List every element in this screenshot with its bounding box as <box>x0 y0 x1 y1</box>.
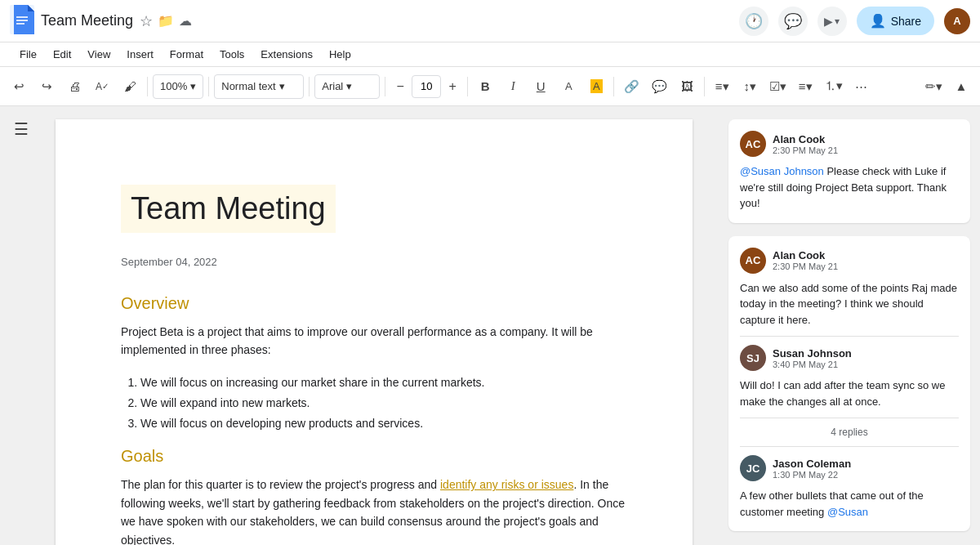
menu-file[interactable]: File <box>13 45 43 64</box>
font-increase-button[interactable]: + <box>443 77 462 96</box>
reply-1-author: Susan Johnson <box>773 347 852 360</box>
font-chevron: ▾ <box>346 80 352 92</box>
overview-paragraph: Project Beta is a project that aims to i… <box>121 323 627 360</box>
menu-extensions[interactable]: Extensions <box>254 45 319 64</box>
comment-1-avatar: AC <box>740 131 766 157</box>
separator-1 <box>147 77 148 96</box>
goals-link[interactable]: identify any risks or issues <box>440 478 573 491</box>
separator-6 <box>613 77 614 96</box>
reply-2-avatar: JC <box>740 455 766 481</box>
star-icon[interactable]: ☆ <box>140 12 153 30</box>
section-overview-heading: Overview <box>121 294 627 313</box>
video-button[interactable]: ▶ ▾ <box>817 7 847 36</box>
more-options-button[interactable]: ⋯ <box>849 74 873 99</box>
list-item: We will focus on developing new products… <box>140 413 627 434</box>
menu-insert[interactable]: Insert <box>120 45 160 64</box>
header-right: 🕐 💬 ▶ ▾ 👤 Share A <box>739 7 970 36</box>
comment-2-body: Can we also add some of the points Raj m… <box>740 280 959 328</box>
reply-2-time: 1:30 PM May 22 <box>773 470 851 480</box>
comment-insert-button[interactable]: 💬 <box>647 74 671 99</box>
comment-reply-1-header: SJ Susan Johnson 3:40 PM May 21 <box>740 345 959 371</box>
share-icon: 👤 <box>870 13 886 29</box>
reply-1-avatar: SJ <box>740 345 766 371</box>
font-size-input[interactable] <box>412 75 441 98</box>
doc-icon <box>10 5 34 37</box>
share-button[interactable]: 👤 Share <box>857 7 934 35</box>
editing-mode-button[interactable]: ✏▾ <box>921 74 946 99</box>
section-goals-heading: Goals <box>121 447 627 466</box>
doc-page: Team Meeting September 04, 2022 Overview… <box>56 119 693 545</box>
link-button[interactable]: 🔗 <box>619 74 644 99</box>
reply-count[interactable]: 4 replies <box>740 427 959 438</box>
align-button[interactable]: ≡▾ <box>710 74 734 99</box>
svg-rect-1 <box>16 16 28 18</box>
comment-reply-2-header: JC Jason Coleman 1:30 PM May 22 <box>740 455 959 481</box>
menu-edit[interactable]: Edit <box>47 45 78 64</box>
comment-divider-3 <box>740 446 959 447</box>
numbered-list-button[interactable]: ⒈▾ <box>821 74 845 99</box>
reply-1-time: 3:40 PM May 21 <box>773 360 852 369</box>
zoom-select[interactable]: 100% ▾ <box>153 74 203 99</box>
italic-button[interactable]: I <box>501 74 525 99</box>
zoom-value: 100% <box>160 80 187 92</box>
line-spacing-button[interactable]: ↕▾ <box>737 74 762 99</box>
highlight-button[interactable]: A <box>584 74 608 99</box>
print-button[interactable]: 🖨 <box>62 74 87 99</box>
menu-format[interactable]: Format <box>163 45 210 64</box>
left-gutter: ☰ <box>0 106 42 545</box>
comment-1-mention[interactable]: @Susan Johnson <box>740 165 824 177</box>
title-icons: ☆ 📁 ☁ <box>140 12 192 30</box>
reply-1-body: Will do! I can add after the team sync s… <box>740 377 959 409</box>
collapse-toolbar-button[interactable]: ▲ <box>949 74 973 99</box>
separator-2 <box>208 77 209 96</box>
list-item: We will focus on increasing our market s… <box>140 373 627 393</box>
share-label: Share <box>891 15 921 28</box>
style-select[interactable]: Normal text ▾ <box>214 74 304 99</box>
separator-3 <box>309 77 310 96</box>
comment-button[interactable]: 💬 <box>778 7 808 36</box>
user-avatar[interactable]: A <box>944 8 970 34</box>
svg-rect-3 <box>16 23 24 25</box>
font-label: Arial <box>322 80 343 92</box>
comment-1-header: AC Alan Cook 2:30 PM May 21 <box>740 131 959 157</box>
separator-4 <box>385 77 385 96</box>
spellcheck-button[interactable]: A✓ <box>90 74 114 99</box>
redo-button[interactable]: ↪ <box>34 74 59 99</box>
comment-card-2: AC Alan Cook 2:30 PM May 21 Can we also … <box>728 236 970 532</box>
reply-2-mention[interactable]: @Susan <box>827 506 868 518</box>
list-item: We will expand into new markets. <box>140 393 627 413</box>
font-decrease-button[interactable]: − <box>390 77 410 96</box>
zoom-chevron: ▾ <box>190 80 196 92</box>
undo-button[interactable]: ↩ <box>7 74 31 99</box>
menu-tools[interactable]: Tools <box>213 45 251 64</box>
toolbar: ↩ ↪ 🖨 A✓ 🖌 100% ▾ Normal text ▾ Arial ▾ … <box>0 67 980 106</box>
comments-panel: AC Alan Cook 2:30 PM May 21 @Susan Johns… <box>719 106 980 545</box>
image-button[interactable]: 🖼 <box>675 74 699 99</box>
folder-icon[interactable]: 📁 <box>158 13 174 29</box>
separator-5 <box>467 77 468 96</box>
paint-format-button[interactable]: 🖌 <box>118 74 142 99</box>
menu-help[interactable]: Help <box>323 45 358 64</box>
underline-button[interactable]: U <box>528 74 553 99</box>
checklist-button[interactable]: ☑▾ <box>765 74 790 99</box>
comment-divider-2 <box>740 418 959 418</box>
comment-2-avatar: AC <box>740 248 766 274</box>
separator-7 <box>704 77 705 96</box>
menu-view[interactable]: View <box>81 45 117 64</box>
doc-title[interactable]: Team Meeting <box>41 12 133 29</box>
outline-toggle[interactable]: ☰ <box>14 119 29 139</box>
goals-paragraph: The plan for this quarter is to review t… <box>121 476 627 545</box>
text-color-button[interactable]: A <box>556 74 581 99</box>
doc-heading-title: Team Meeting <box>121 185 336 233</box>
font-select[interactable]: Arial ▾ <box>314 74 380 99</box>
font-size-area: − + <box>390 75 462 98</box>
comment-1-author: Alan Cook <box>773 133 838 145</box>
comment-divider-1 <box>740 336 959 337</box>
history-button[interactable]: 🕐 <box>739 7 768 36</box>
bullet-list-button[interactable]: ≡▾ <box>793 74 817 99</box>
overview-list: We will focus on increasing our market s… <box>140 373 627 435</box>
comment-card-1: AC Alan Cook 2:30 PM May 21 @Susan Johns… <box>728 119 970 223</box>
content-area: ☰ Team Meeting September 04, 2022 Overvi… <box>0 106 980 545</box>
cloud-icon[interactable]: ☁ <box>179 13 192 29</box>
bold-button[interactable]: B <box>473 74 497 99</box>
